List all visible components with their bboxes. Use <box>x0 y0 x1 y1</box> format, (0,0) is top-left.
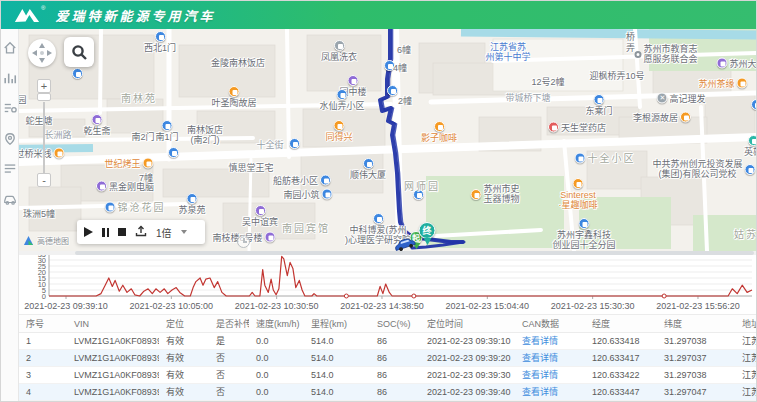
table-cell: 120.633417 <box>585 350 657 366</box>
pause-icon[interactable] <box>102 228 109 237</box>
zoom-out-button[interactable]: - <box>37 173 51 187</box>
map-transit-icon <box>289 138 300 149</box>
zoom-slider-handle[interactable] <box>37 93 51 101</box>
app-window: ® 爱瑞特新能源专用汽车 西北1门凤凰洗衣金陵南林饭店园中楼水仙弄小区叶圣陶故居… <box>0 0 757 402</box>
zoom-in-button[interactable]: + <box>37 79 51 93</box>
table-row[interactable]: 4LVMZ1G1A0KF089390有效否0.0514.0862021-02-2… <box>19 384 757 401</box>
column-header: 地址 <box>735 315 757 332</box>
poi-purple-icon <box>96 181 107 192</box>
poi-blue-icon <box>154 31 165 42</box>
table-cell: 86 <box>370 333 420 349</box>
speed-line-chart: 051015202530352021-02-23 09:39:102021-02… <box>1 251 757 314</box>
map-poi-label: 苏州宇鑫科技创业园十全分园 <box>552 230 615 250</box>
map-poi-label: 吴中谊宾 <box>242 217 278 227</box>
table-row[interactable]: 1LVMZ1G1A0KF089390有效是0.0514.0862021-02-2… <box>19 333 757 350</box>
map-poi-label: 苏州市史玉器博物 <box>483 184 519 204</box>
table-cell: 2021-02-23 09:39:20 <box>420 350 515 366</box>
column-header: SOC(%) <box>370 315 420 332</box>
table-row[interactable]: 3LVMZ1G1A0KF089390有效否0.0514.0862021-02-2… <box>19 367 757 384</box>
can-details-link[interactable]: 查看详情 <box>515 367 585 383</box>
table-cell: 0.0 <box>249 367 304 383</box>
chart-scrollbar[interactable] <box>75 251 754 255</box>
play-icon[interactable] <box>84 227 93 237</box>
table-cell: 31.297037 <box>657 350 735 366</box>
map-poi-label: Sinterest·星趣咖啡 <box>559 190 598 210</box>
chevron-down-icon[interactable] <box>181 230 187 234</box>
poi-orange-icon <box>228 86 239 97</box>
map-poi-label: 同得兴 <box>325 132 352 142</box>
column-header: 序号 <box>19 315 67 332</box>
brand-title: 爱瑞特新能源专用汽车 <box>55 6 215 25</box>
map-poi-label: 叶圣陶故居 <box>211 98 256 108</box>
poi-orange-icon <box>433 121 444 132</box>
column-header: 定位 <box>159 315 209 332</box>
map-poi-label: 金陵南林饭店 <box>211 58 265 68</box>
map-poi: 十全街 <box>256 140 283 150</box>
compass-control[interactable] <box>28 39 56 67</box>
map-transit-icon <box>72 68 83 79</box>
map-poi-layer: 西北1门凤凰洗衣金陵南林饭店园中楼水仙弄小区叶圣陶故居南林苑乾生斋南1门长洲路南… <box>1 29 757 251</box>
poi-orange-icon <box>470 189 481 200</box>
zoom-slider-track[interactable] <box>43 102 45 173</box>
column-header: 速度(km/h) <box>249 315 304 332</box>
playback-speed-select[interactable]: 1倍 <box>156 225 172 240</box>
column-header: CAN数据 <box>515 315 585 332</box>
map-poi-label: 高记理发 <box>669 93 705 103</box>
poi-orange-icon <box>54 148 65 159</box>
table-cell: 31.297038 <box>657 367 735 383</box>
table-cell: 有效 <box>159 350 209 366</box>
stop-icon[interactable] <box>118 228 126 236</box>
map-canvas[interactable]: 西北1门凤凰洗衣金陵南林饭店园中楼水仙弄小区叶圣陶故居南林苑乾生斋南1门长洲路南… <box>1 29 757 251</box>
map-poi-label: 中共苏州创元投资发展(集团)有限公司党校 <box>652 159 742 179</box>
table-row[interactable]: 2LVMZ1G1A0KF089390有效否0.0514.0862021-02-2… <box>19 350 757 367</box>
column-header: VIN <box>67 315 159 332</box>
amap-logo-icon <box>23 235 34 246</box>
column-header: 里程(km) <box>304 315 370 332</box>
sidebar-item-statistics[interactable] <box>3 71 17 85</box>
map-poi: 南1门 <box>155 120 178 142</box>
poi-blue-icon <box>320 175 331 186</box>
map-poi-label: 乾生斋 <box>83 126 110 136</box>
sidebar-item-track[interactable] <box>3 101 17 115</box>
search-button[interactable] <box>64 37 94 67</box>
map-poi: 带城桥下塘 <box>505 93 550 103</box>
can-details-link[interactable]: 查看详情 <box>515 350 585 366</box>
sidebar-item-records[interactable] <box>3 162 17 176</box>
history-clock-button[interactable] <box>237 235 250 248</box>
map-poi-label: 世纪烤王 <box>104 158 140 168</box>
table-cell: 31.297038 <box>657 333 735 349</box>
map-poi: 高记理发 <box>656 93 705 104</box>
sidebar-item-location[interactable] <box>3 132 17 146</box>
table-cell: 2 <box>19 350 67 366</box>
map-poi: 影子咖啡 <box>421 121 457 143</box>
map-poi-label: 江苏省苏州第十中学 <box>485 42 530 62</box>
table-cell: 86 <box>370 384 420 400</box>
map-poi-label: 4幢 <box>393 63 407 73</box>
table-cell: 86 <box>370 350 420 366</box>
table-cell: LVMZ1G1A0KF089390 <box>67 384 159 400</box>
can-details-link[interactable]: 查看详情 <box>515 333 585 349</box>
export-icon[interactable] <box>135 223 147 241</box>
sidebar-item-vehicle[interactable] <box>3 192 17 206</box>
table-cell: 1 <box>19 333 67 349</box>
map-poi-label: 12号2幢 <box>531 77 564 87</box>
registered-mark: ® <box>41 5 45 11</box>
svg-text:2021-02-23 10:30:50: 2021-02-23 10:30:50 <box>235 301 319 311</box>
map-poi-label: 姑苏 <box>734 230 757 240</box>
sidebar-item-home[interactable] <box>3 41 17 55</box>
route-end-marker[interactable]: 终 <box>419 222 436 245</box>
poi-orange-icon <box>143 158 154 169</box>
can-details-link[interactable]: 查看详情 <box>515 384 585 400</box>
table-cell: 31.297047 <box>657 384 735 400</box>
map-poi-label: 慎思堂王宅 <box>228 163 273 173</box>
column-header: 纬度 <box>657 315 735 332</box>
poi-blue-icon <box>745 164 756 175</box>
map-poi-label: 西北1门 <box>144 43 176 53</box>
table-cell: 0.0 <box>249 333 304 349</box>
table-cell: 有效 <box>159 367 209 383</box>
table-cell: 86 <box>370 367 420 383</box>
table-cell: 4 <box>19 384 67 400</box>
map-poi: 南园小筑 <box>283 189 332 200</box>
table-cell: LVMZ1G1A0KF089390 <box>67 350 159 366</box>
column-header: 经度 <box>585 315 657 332</box>
